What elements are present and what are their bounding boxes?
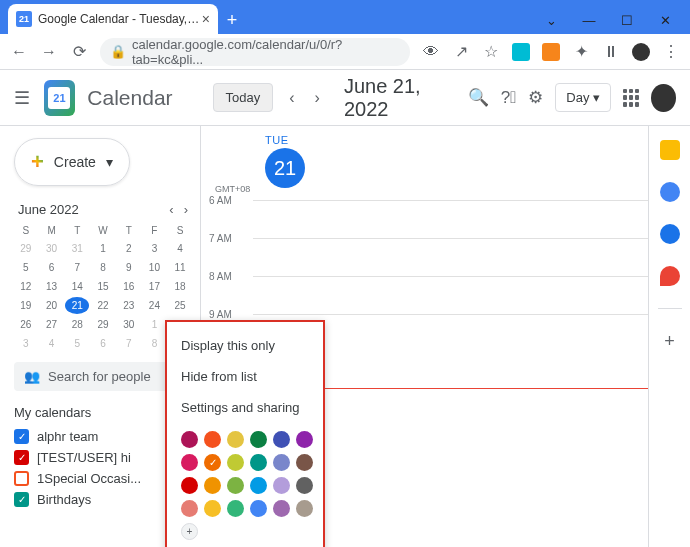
mini-day[interactable]: 8 bbox=[143, 335, 167, 352]
prev-period-icon[interactable]: ‹ bbox=[285, 85, 298, 111]
color-swatch[interactable] bbox=[181, 500, 198, 517]
mini-day[interactable]: 30 bbox=[40, 240, 64, 257]
mini-day[interactable]: 4 bbox=[168, 240, 192, 257]
hour-row[interactable]: 6 AM bbox=[253, 200, 690, 238]
mini-day[interactable]: 8 bbox=[91, 259, 115, 276]
drop-icon[interactable]: ⌄ bbox=[544, 13, 558, 28]
mini-day[interactable]: 24 bbox=[143, 297, 167, 314]
forward-icon[interactable]: → bbox=[40, 43, 58, 61]
maps-icon[interactable] bbox=[660, 266, 680, 286]
color-swatch[interactable] bbox=[181, 431, 198, 448]
mini-day[interactable]: 20 bbox=[40, 297, 64, 314]
add-panel-icon[interactable]: + bbox=[664, 331, 675, 352]
color-swatch[interactable] bbox=[296, 454, 313, 471]
calendar-checkbox[interactable]: ✓ bbox=[14, 492, 29, 507]
tasks-icon[interactable] bbox=[660, 182, 680, 202]
today-button[interactable]: Today bbox=[213, 83, 274, 112]
color-swatch[interactable] bbox=[227, 500, 244, 517]
contacts-icon[interactable] bbox=[660, 224, 680, 244]
mini-prev-icon[interactable]: ‹ bbox=[169, 202, 173, 217]
menu-icon[interactable]: ☰ bbox=[14, 87, 32, 109]
color-swatch[interactable] bbox=[273, 431, 290, 448]
view-selector[interactable]: Day ▾ bbox=[555, 83, 611, 112]
mini-day[interactable]: 12 bbox=[14, 278, 38, 295]
puzzle-icon[interactable]: ✦ bbox=[572, 42, 590, 61]
color-swatch[interactable] bbox=[296, 431, 313, 448]
context-menu-item[interactable]: Hide from list bbox=[167, 361, 323, 392]
mini-day[interactable]: 7 bbox=[117, 335, 141, 352]
metamask-icon[interactable] bbox=[542, 43, 560, 61]
gear-icon[interactable]: ⚙ bbox=[528, 87, 543, 108]
color-swatch[interactable] bbox=[204, 477, 221, 494]
hour-row[interactable]: 7 AM bbox=[253, 238, 690, 276]
mini-day[interactable]: 29 bbox=[91, 316, 115, 333]
create-button[interactable]: + Create ▾ bbox=[14, 138, 130, 186]
mini-day[interactable]: 6 bbox=[40, 259, 64, 276]
mini-day[interactable]: 23 bbox=[117, 297, 141, 314]
mini-day[interactable]: 17 bbox=[143, 278, 167, 295]
mini-day[interactable]: 5 bbox=[14, 259, 38, 276]
color-swatch[interactable] bbox=[181, 454, 198, 471]
mini-day[interactable]: 25 bbox=[168, 297, 192, 314]
color-swatch[interactable] bbox=[273, 500, 290, 517]
mini-day[interactable]: 10 bbox=[143, 259, 167, 276]
calendar-checkbox[interactable]: ✓ bbox=[14, 429, 29, 444]
color-swatch[interactable] bbox=[204, 431, 221, 448]
color-swatch[interactable] bbox=[250, 431, 267, 448]
mini-day[interactable]: 13 bbox=[40, 278, 64, 295]
color-swatch[interactable] bbox=[250, 477, 267, 494]
extension-icon[interactable] bbox=[512, 43, 530, 61]
avatar[interactable] bbox=[651, 84, 676, 112]
help-icon[interactable]: ?⃝ bbox=[501, 88, 517, 108]
mini-day[interactable]: 16 bbox=[117, 278, 141, 295]
mini-day[interactable]: 9 bbox=[117, 259, 141, 276]
mini-day[interactable]: 4 bbox=[40, 335, 64, 352]
color-swatch[interactable] bbox=[296, 500, 313, 517]
mini-day[interactable]: 11 bbox=[168, 259, 192, 276]
mini-day[interactable]: 2 bbox=[117, 240, 141, 257]
mini-day[interactable]: 30 bbox=[117, 316, 141, 333]
color-swatch[interactable] bbox=[227, 477, 244, 494]
color-swatch[interactable] bbox=[181, 477, 198, 494]
mini-day[interactable]: 27 bbox=[40, 316, 64, 333]
color-swatch[interactable] bbox=[250, 500, 267, 517]
mini-day[interactable]: 21 bbox=[65, 297, 89, 314]
mini-day[interactable]: 19 bbox=[14, 297, 38, 314]
reload-icon[interactable]: ⟳ bbox=[70, 42, 88, 61]
mini-day[interactable]: 1 bbox=[91, 240, 115, 257]
calendar-checkbox[interactable]: ✓ bbox=[14, 450, 29, 465]
close-window-icon[interactable]: ✕ bbox=[658, 13, 672, 28]
mini-day[interactable]: 5 bbox=[65, 335, 89, 352]
keep-icon[interactable] bbox=[660, 140, 680, 160]
tab-close-icon[interactable]: × bbox=[202, 11, 210, 27]
hour-row[interactable]: 8 AM bbox=[253, 276, 690, 314]
search-icon[interactable]: 🔍 bbox=[468, 87, 489, 108]
day-number[interactable]: 21 bbox=[265, 148, 305, 188]
mini-day[interactable]: 22 bbox=[91, 297, 115, 314]
new-tab-button[interactable]: + bbox=[218, 6, 246, 34]
mini-next-icon[interactable]: › bbox=[184, 202, 188, 217]
mini-day[interactable]: 3 bbox=[14, 335, 38, 352]
apps-grid-icon[interactable] bbox=[623, 89, 639, 107]
maximize-icon[interactable]: ☐ bbox=[620, 13, 634, 28]
mini-day[interactable]: 28 bbox=[65, 316, 89, 333]
add-color-icon[interactable]: + bbox=[181, 523, 198, 540]
color-swatch[interactable] bbox=[227, 431, 244, 448]
color-swatch[interactable] bbox=[273, 477, 290, 494]
mini-day[interactable]: 3 bbox=[143, 240, 167, 257]
mini-day[interactable]: 31 bbox=[65, 240, 89, 257]
pause-icon[interactable]: ⏸ bbox=[602, 43, 620, 61]
color-swatch[interactable] bbox=[296, 477, 313, 494]
star-icon[interactable]: ☆ bbox=[482, 42, 500, 61]
eye-icon[interactable]: 👁 bbox=[422, 43, 440, 61]
color-swatch[interactable] bbox=[227, 454, 244, 471]
mini-day[interactable]: 29 bbox=[14, 240, 38, 257]
color-swatch[interactable]: ✓ bbox=[204, 454, 221, 471]
profile-icon[interactable] bbox=[632, 43, 650, 61]
minimize-icon[interactable]: — bbox=[582, 13, 596, 28]
mini-day[interactable]: 26 bbox=[14, 316, 38, 333]
mini-day[interactable]: 1 bbox=[143, 316, 167, 333]
color-swatch[interactable] bbox=[204, 500, 221, 517]
next-period-icon[interactable]: › bbox=[311, 85, 324, 111]
color-swatch[interactable] bbox=[250, 454, 267, 471]
